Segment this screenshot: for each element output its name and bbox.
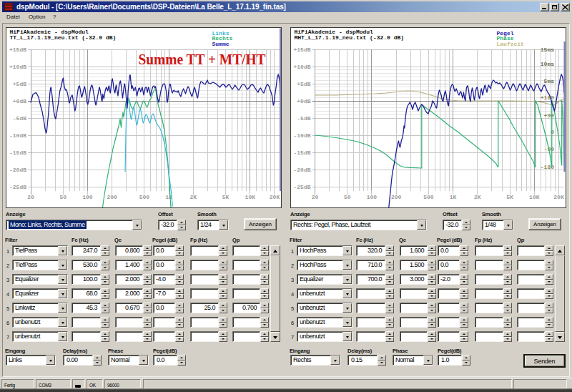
svg-text:MHT_L_17.1.19_neu.txt (-32.0: MHT_L_17.1.19_neu.txt (-32.0 dB)	[295, 34, 405, 41]
svg-text:Summe: Summe	[212, 41, 230, 47]
svg-text:100: 100	[82, 194, 93, 200]
svg-text:50: 50	[59, 194, 66, 200]
svg-text:50: 50	[344, 194, 351, 200]
svg-text:100: 100	[367, 194, 378, 200]
svg-text:-15dB: -15dB	[293, 150, 310, 156]
svg-text:2K: 2K	[189, 194, 197, 200]
svg-text:+90: +90	[544, 112, 555, 119]
svg-text:20: 20	[312, 194, 319, 200]
svg-text:+15dB: +15dB	[9, 46, 26, 53]
svg-text:+10dB: +10dB	[293, 64, 310, 70]
svg-text:10K: 10K	[245, 194, 256, 200]
svg-text:5K: 5K	[506, 194, 513, 200]
svg-text:500: 500	[139, 194, 150, 200]
svg-text:-20dB: -20dB	[9, 167, 26, 173]
svg-text:-10dB: -10dB	[293, 132, 310, 139]
svg-text:20K: 20K	[270, 194, 280, 200]
svg-text:10K: 10K	[529, 194, 540, 200]
svg-text:+0dB: +0dB	[13, 98, 26, 104]
svg-text:+0dB: +0dB	[297, 98, 310, 104]
svg-text:TT_L_17.1.19_neu.txt (-32.0 d: TT_L_17.1.19_neu.txt (-32.0 dB)	[10, 34, 117, 41]
svg-text:0: 0	[551, 129, 554, 135]
svg-text:-5dB: -5dB	[13, 115, 26, 122]
svg-text:+5dB: +5dB	[13, 81, 26, 87]
svg-text:5K: 5K	[222, 194, 230, 200]
svg-text:200: 200	[391, 194, 402, 200]
svg-text:-5dB: -5dB	[297, 115, 310, 122]
svg-text:-15dB: -15dB	[9, 150, 26, 156]
svg-text:2K: 2K	[474, 194, 481, 200]
svg-text:Laufzeit: Laufzeit	[497, 41, 525, 47]
svg-text:+180: +180	[541, 94, 554, 101]
svg-text:20: 20	[27, 194, 34, 200]
svg-text:-25dB: -25dB	[9, 184, 26, 190]
svg-text:+15dB: +15dB	[293, 46, 310, 53]
svg-text:5ms: 5ms	[544, 78, 555, 84]
svg-text:20K: 20K	[553, 194, 564, 200]
svg-text:15ms: 15ms	[541, 46, 554, 53]
svg-text:10ms: 10ms	[541, 61, 554, 67]
svg-text:-10dB: -10dB	[9, 132, 26, 139]
svg-text:1K: 1K	[450, 194, 457, 200]
svg-text:-20dB: -20dB	[293, 167, 310, 173]
svg-text:Summe TT + MT/HT: Summe TT + MT/HT	[139, 51, 267, 68]
svg-text:+5dB: +5dB	[297, 81, 310, 87]
svg-text:200: 200	[107, 194, 117, 200]
svg-text:-25dB: -25dB	[293, 184, 310, 190]
svg-text:500: 500	[423, 194, 434, 200]
svg-text:+10dB: +10dB	[9, 64, 26, 70]
